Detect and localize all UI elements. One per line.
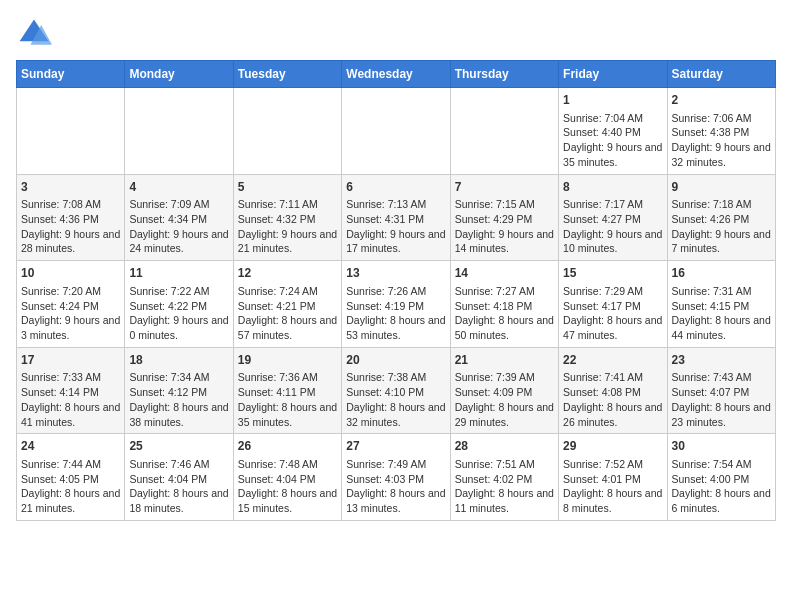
calendar-cell: 25Sunrise: 7:46 AMSunset: 4:04 PMDayligh… [125,434,233,521]
day-info: Sunrise: 7:18 AM [672,197,771,212]
day-info: Daylight: 9 hours and 28 minutes. [21,227,120,256]
calendar-cell: 1Sunrise: 7:04 AMSunset: 4:40 PMDaylight… [559,88,667,175]
column-header-saturday: Saturday [667,61,775,88]
week-row: 3Sunrise: 7:08 AMSunset: 4:36 PMDaylight… [17,174,776,261]
day-info: Daylight: 8 hours and 53 minutes. [346,313,445,342]
day-info: Daylight: 9 hours and 35 minutes. [563,140,662,169]
calendar-cell [17,88,125,175]
day-number: 17 [21,352,120,369]
calendar-cell: 30Sunrise: 7:54 AMSunset: 4:00 PMDayligh… [667,434,775,521]
calendar-cell: 17Sunrise: 7:33 AMSunset: 4:14 PMDayligh… [17,347,125,434]
day-info: Daylight: 8 hours and 41 minutes. [21,400,120,429]
column-header-friday: Friday [559,61,667,88]
week-row: 24Sunrise: 7:44 AMSunset: 4:05 PMDayligh… [17,434,776,521]
day-info: Sunrise: 7:36 AM [238,370,337,385]
week-row: 10Sunrise: 7:20 AMSunset: 4:24 PMDayligh… [17,261,776,348]
column-header-sunday: Sunday [17,61,125,88]
column-header-wednesday: Wednesday [342,61,450,88]
day-number: 5 [238,179,337,196]
day-info: Sunset: 4:00 PM [672,472,771,487]
day-info: Sunset: 4:18 PM [455,299,554,314]
day-info: Sunrise: 7:51 AM [455,457,554,472]
calendar-cell: 11Sunrise: 7:22 AMSunset: 4:22 PMDayligh… [125,261,233,348]
day-info: Sunrise: 7:04 AM [563,111,662,126]
day-info: Daylight: 9 hours and 7 minutes. [672,227,771,256]
day-info: Daylight: 8 hours and 38 minutes. [129,400,228,429]
day-info: Sunrise: 7:11 AM [238,197,337,212]
calendar-cell: 29Sunrise: 7:52 AMSunset: 4:01 PMDayligh… [559,434,667,521]
day-info: Sunset: 4:15 PM [672,299,771,314]
day-info: Daylight: 9 hours and 32 minutes. [672,140,771,169]
page-header [16,16,776,52]
calendar-cell: 4Sunrise: 7:09 AMSunset: 4:34 PMDaylight… [125,174,233,261]
calendar-table: SundayMondayTuesdayWednesdayThursdayFrid… [16,60,776,521]
day-info: Sunset: 4:19 PM [346,299,445,314]
day-info: Sunrise: 7:43 AM [672,370,771,385]
day-info: Daylight: 8 hours and 18 minutes. [129,486,228,515]
day-number: 11 [129,265,228,282]
calendar-cell: 19Sunrise: 7:36 AMSunset: 4:11 PMDayligh… [233,347,341,434]
day-number: 14 [455,265,554,282]
day-number: 22 [563,352,662,369]
day-number: 12 [238,265,337,282]
day-info: Sunrise: 7:08 AM [21,197,120,212]
day-info: Daylight: 9 hours and 10 minutes. [563,227,662,256]
day-number: 20 [346,352,445,369]
day-info: Sunrise: 7:44 AM [21,457,120,472]
day-number: 27 [346,438,445,455]
calendar-cell: 20Sunrise: 7:38 AMSunset: 4:10 PMDayligh… [342,347,450,434]
day-info: Sunset: 4:04 PM [129,472,228,487]
day-info: Daylight: 9 hours and 14 minutes. [455,227,554,256]
day-info: Sunrise: 7:26 AM [346,284,445,299]
calendar-cell: 2Sunrise: 7:06 AMSunset: 4:38 PMDaylight… [667,88,775,175]
day-info: Sunrise: 7:31 AM [672,284,771,299]
calendar-cell: 28Sunrise: 7:51 AMSunset: 4:02 PMDayligh… [450,434,558,521]
day-number: 18 [129,352,228,369]
calendar-cell: 10Sunrise: 7:20 AMSunset: 4:24 PMDayligh… [17,261,125,348]
day-info: Sunset: 4:10 PM [346,385,445,400]
day-info: Sunset: 4:14 PM [21,385,120,400]
day-number: 1 [563,92,662,109]
day-info: Daylight: 9 hours and 21 minutes. [238,227,337,256]
calendar-cell: 7Sunrise: 7:15 AMSunset: 4:29 PMDaylight… [450,174,558,261]
logo [16,16,56,52]
day-info: Sunrise: 7:38 AM [346,370,445,385]
day-number: 25 [129,438,228,455]
day-info: Sunrise: 7:22 AM [129,284,228,299]
day-number: 23 [672,352,771,369]
day-info: Sunset: 4:11 PM [238,385,337,400]
day-info: Sunrise: 7:54 AM [672,457,771,472]
calendar-cell: 15Sunrise: 7:29 AMSunset: 4:17 PMDayligh… [559,261,667,348]
day-info: Sunset: 4:22 PM [129,299,228,314]
day-info: Sunrise: 7:48 AM [238,457,337,472]
calendar-cell: 9Sunrise: 7:18 AMSunset: 4:26 PMDaylight… [667,174,775,261]
calendar-cell: 5Sunrise: 7:11 AMSunset: 4:32 PMDaylight… [233,174,341,261]
calendar-cell: 12Sunrise: 7:24 AMSunset: 4:21 PMDayligh… [233,261,341,348]
day-number: 15 [563,265,662,282]
column-header-thursday: Thursday [450,61,558,88]
day-info: Daylight: 8 hours and 47 minutes. [563,313,662,342]
week-row: 1Sunrise: 7:04 AMSunset: 4:40 PMDaylight… [17,88,776,175]
day-number: 26 [238,438,337,455]
calendar-cell: 23Sunrise: 7:43 AMSunset: 4:07 PMDayligh… [667,347,775,434]
column-header-monday: Monday [125,61,233,88]
day-info: Sunrise: 7:06 AM [672,111,771,126]
day-info: Sunset: 4:36 PM [21,212,120,227]
calendar-cell: 21Sunrise: 7:39 AMSunset: 4:09 PMDayligh… [450,347,558,434]
day-info: Sunrise: 7:39 AM [455,370,554,385]
day-info: Daylight: 8 hours and 50 minutes. [455,313,554,342]
day-info: Sunrise: 7:41 AM [563,370,662,385]
day-info: Sunrise: 7:15 AM [455,197,554,212]
day-info: Sunrise: 7:17 AM [563,197,662,212]
day-info: Daylight: 8 hours and 29 minutes. [455,400,554,429]
day-info: Daylight: 8 hours and 21 minutes. [21,486,120,515]
day-info: Daylight: 8 hours and 35 minutes. [238,400,337,429]
day-number: 16 [672,265,771,282]
day-info: Daylight: 8 hours and 11 minutes. [455,486,554,515]
day-info: Sunrise: 7:52 AM [563,457,662,472]
calendar-cell: 18Sunrise: 7:34 AMSunset: 4:12 PMDayligh… [125,347,233,434]
day-info: Sunrise: 7:13 AM [346,197,445,212]
day-info: Daylight: 8 hours and 15 minutes. [238,486,337,515]
day-info: Daylight: 8 hours and 26 minutes. [563,400,662,429]
calendar-cell: 24Sunrise: 7:44 AMSunset: 4:05 PMDayligh… [17,434,125,521]
